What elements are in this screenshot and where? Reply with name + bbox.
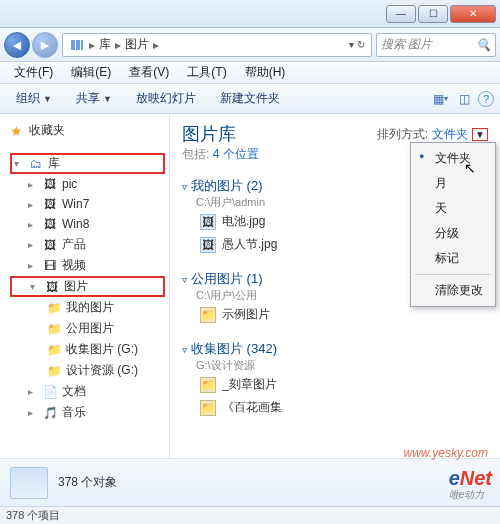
file-item[interactable]: 📁《百花画集	[182, 396, 488, 419]
breadcrumb-root[interactable]: 库	[99, 36, 111, 53]
arrange-value[interactable]: 文件夹	[432, 126, 468, 143]
details-count: 378 个对象	[58, 474, 117, 491]
sidebar-label: Win8	[62, 217, 89, 231]
details-thumbnail	[10, 467, 48, 499]
group-header[interactable]: ▿收集图片 (342)	[182, 340, 488, 358]
breadcrumb-dropdown-icon[interactable]: ▾ ↻	[349, 39, 365, 50]
help-icon[interactable]: ?	[478, 91, 494, 107]
library-item-icon: 🖼	[42, 237, 58, 253]
sidebar: ★ 收藏夹 ▾ 🗂 库 ▸🖼pic ▸🖼Win7 ▸🖼Win8 ▸🖼产品 ▸🎞视…	[0, 114, 170, 458]
arrange-dropdown-button[interactable]: ▼	[472, 128, 488, 141]
search-input[interactable]: 搜索 图片 🔍	[376, 33, 496, 57]
sidebar-item-mypics[interactable]: 📁我的图片	[10, 297, 165, 318]
expander-closed-icon[interactable]: ▸	[28, 199, 38, 210]
folder-icon: 📁	[46, 342, 62, 358]
folder-icon: 📁	[46, 300, 62, 316]
statusbar: 378 个项目	[0, 506, 500, 524]
view-options-icon[interactable]: ▦▾	[430, 89, 450, 109]
forward-button[interactable]: ►	[32, 32, 58, 58]
menu-file[interactable]: 文件(F)	[6, 62, 61, 83]
chevron-right-icon: ▸	[115, 38, 121, 52]
slideshow-button[interactable]: 放映幻灯片	[126, 87, 206, 110]
file-label: 《百花画集	[222, 399, 282, 416]
folder-icon: 📁	[46, 363, 62, 379]
dropdown-item-day[interactable]: 天	[413, 196, 493, 221]
share-button[interactable]: 共享▼	[66, 87, 122, 110]
file-item[interactable]: 📁_刻章图片	[182, 373, 488, 396]
sidebar-label: 我的图片	[66, 299, 114, 316]
folder-icon: 📁	[200, 400, 216, 416]
library-item-icon: 🖼	[42, 196, 58, 212]
sidebar-item-publicpics[interactable]: 📁公用图片	[10, 318, 165, 339]
close-button[interactable]: ✕	[450, 5, 496, 23]
sidebar-item-designres[interactable]: 📁设计资源 (G:)	[10, 360, 165, 381]
status-text: 378 个项目	[6, 508, 60, 523]
dropdown-item-clear[interactable]: 清除更改	[413, 278, 493, 303]
dropdown-item-folder[interactable]: 文件夹	[413, 146, 493, 171]
pictures-icon: 🖼	[44, 279, 60, 295]
watermark-yesky: www.yesky.com	[404, 446, 488, 460]
expander-closed-icon[interactable]: ▸	[28, 239, 38, 250]
expander-closed-icon[interactable]: ▸	[28, 386, 38, 397]
image-file-icon: 🖼	[200, 214, 216, 230]
sidebar-item-collectpics[interactable]: 📁收集图片 (G:)	[10, 339, 165, 360]
file-label: _刻章图片	[222, 376, 277, 393]
library-item-icon: 🖼	[42, 216, 58, 232]
dropdown-item-rating[interactable]: 分级	[413, 221, 493, 246]
menu-edit[interactable]: 编辑(E)	[63, 62, 119, 83]
sidebar-item-video[interactable]: ▸🎞视频	[10, 255, 165, 276]
group-title: 我的图片 (2)	[191, 177, 263, 195]
chevron-down-icon: ▼	[43, 94, 52, 104]
group-title: 收集图片 (342)	[191, 340, 277, 358]
menu-tools[interactable]: 工具(T)	[179, 62, 234, 83]
titlebar: — ☐ ✕	[0, 0, 500, 28]
svg-rect-1	[76, 40, 80, 50]
sidebar-item-win7[interactable]: ▸🖼Win7	[10, 194, 165, 214]
maximize-button[interactable]: ☐	[418, 5, 448, 23]
organize-button[interactable]: 组织▼	[6, 87, 62, 110]
svg-rect-0	[71, 40, 75, 50]
preview-pane-icon[interactable]: ◫	[454, 89, 474, 109]
arrange-by: 排列方式: 文件夹 ▼	[377, 122, 488, 143]
menu-help[interactable]: 帮助(H)	[237, 62, 294, 83]
sidebar-item-win8[interactable]: ▸🖼Win8	[10, 214, 165, 234]
expander-closed-icon[interactable]: ▸	[28, 219, 38, 230]
sidebar-item-pictures[interactable]: ▾ 🖼 图片	[10, 276, 165, 297]
minimize-button[interactable]: —	[386, 5, 416, 23]
breadcrumb[interactable]: ▸ 库 ▸ 图片 ▸ ▾ ↻	[62, 33, 372, 57]
sidebar-item-music[interactable]: ▸🎵音乐	[10, 402, 165, 423]
locations-link[interactable]: 4 个位置	[213, 147, 259, 161]
favorites-header[interactable]: ★ 收藏夹	[10, 122, 165, 139]
sidebar-item-product[interactable]: ▸🖼产品	[10, 234, 165, 255]
sidebar-label: 库	[48, 155, 60, 172]
menu-view[interactable]: 查看(V)	[121, 62, 177, 83]
breadcrumb-current[interactable]: 图片	[125, 36, 149, 53]
subtitle-prefix: 包括:	[182, 147, 213, 161]
content-pane: 图片库 包括: 4 个位置 排列方式: 文件夹 ▼ 文件夹 月 天 分级 标记 …	[170, 114, 500, 458]
dropdown-item-month[interactable]: 月	[413, 171, 493, 196]
dropdown-item-tag[interactable]: 标记	[413, 246, 493, 271]
back-button[interactable]: ◄	[4, 32, 30, 58]
main: ★ 收藏夹 ▾ 🗂 库 ▸🖼pic ▸🖼Win7 ▸🖼Win8 ▸🖼产品 ▸🎞视…	[0, 114, 500, 458]
chevron-right-icon: ▸	[89, 38, 95, 52]
expander-closed-icon[interactable]: ▸	[28, 407, 38, 418]
svg-rect-2	[81, 40, 83, 50]
library-item-icon: 🖼	[42, 176, 58, 192]
expander-closed-icon[interactable]: ▸	[28, 179, 38, 190]
arrange-label: 排列方式:	[377, 126, 428, 143]
expander-open-icon[interactable]: ▾	[14, 158, 24, 169]
sidebar-item-library[interactable]: ▾ 🗂 库	[10, 153, 165, 174]
file-label: 示例图片	[222, 306, 270, 323]
group-collectpics: ▿收集图片 (342) G:\设计资源 📁_刻章图片 📁《百花画集	[182, 340, 488, 419]
sidebar-label: 文档	[62, 383, 86, 400]
video-icon: 🎞	[42, 258, 58, 274]
chevron-right-icon: ▸	[153, 38, 159, 52]
sidebar-label: 公用图片	[66, 320, 114, 337]
sidebar-item-documents[interactable]: ▸📄文档	[10, 381, 165, 402]
sidebar-item-pic[interactable]: ▸🖼pic	[10, 174, 165, 194]
folder-icon: 📁	[46, 321, 62, 337]
expander-closed-icon[interactable]: ▸	[28, 260, 38, 271]
expander-open-icon[interactable]: ▾	[30, 281, 40, 292]
watermark-enet: eNet 唯e动力	[449, 467, 492, 500]
newfolder-button[interactable]: 新建文件夹	[210, 87, 290, 110]
